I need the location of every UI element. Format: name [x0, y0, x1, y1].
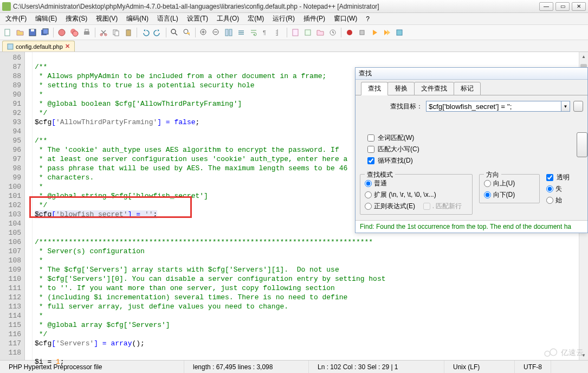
- svg-point-27: [347, 30, 352, 35]
- menu-encoding[interactable]: 编码(N): [122, 13, 153, 24]
- find-target-dropdown[interactable]: ▼: [561, 101, 570, 112]
- find-dialog[interactable]: 查找 查找 替换 文件查找 标记 查找目标： ▼ 全词匹配(W) 匹配大小写(C…: [355, 67, 588, 233]
- find-next-button[interactable]: [573, 101, 583, 112]
- window-title: C:\Users\Administrator\Desktop\phpMyAdmi…: [13, 3, 539, 10]
- save-macro-icon[interactable]: [394, 27, 405, 38]
- status-position: Ln : 102 Col : 30 Sel : 29 | 1: [309, 361, 444, 373]
- svg-rect-0: [5, 29, 10, 36]
- close-button[interactable]: ✕: [572, 2, 586, 11]
- file-tab-close[interactable]: ✕: [65, 43, 70, 50]
- trans-opt1-radio[interactable]: [546, 185, 553, 192]
- svg-rect-21: [225, 29, 228, 36]
- svg-rect-14: [126, 30, 131, 36]
- titlebar: C:\Users\Administrator\Desktop\phpMyAdmi…: [0, 0, 588, 13]
- menu-plugins[interactable]: 插件(P): [299, 13, 329, 24]
- trans-opt2-radio[interactable]: [546, 197, 553, 204]
- find-tab-mark[interactable]: 标记: [454, 82, 481, 95]
- menu-window[interactable]: 窗口(W): [329, 13, 361, 24]
- play-macro-icon[interactable]: [369, 27, 380, 38]
- menu-run[interactable]: 运行(R): [268, 13, 299, 24]
- folder-view-icon[interactable]: [315, 27, 326, 38]
- find-tab-replace[interactable]: 替换: [387, 82, 415, 95]
- scroll-up-icon[interactable]: ▲: [579, 52, 588, 61]
- cut-icon[interactable]: [98, 27, 109, 38]
- undo-icon[interactable]: [140, 27, 151, 38]
- menu-view[interactable]: 视图(V): [92, 13, 122, 24]
- toolbar: ¶: [0, 25, 588, 40]
- find-all-button[interactable]: [577, 132, 587, 157]
- file-tab[interactable]: config.default.php ✕: [2, 41, 75, 52]
- doc-map-icon[interactable]: [290, 27, 301, 38]
- match-newline-checkbox: [423, 203, 430, 210]
- find-tabs: 查找 替换 文件查找 标记: [356, 80, 587, 95]
- menu-language[interactable]: 语言(L): [153, 13, 183, 24]
- open-file-icon[interactable]: [15, 27, 25, 38]
- match-case-checkbox[interactable]: [367, 146, 374, 153]
- print-icon[interactable]: [81, 27, 92, 38]
- app-icon: [2, 2, 11, 11]
- wrap-checkbox[interactable]: [367, 157, 374, 164]
- svg-point-16: [171, 29, 176, 34]
- save-icon[interactable]: [27, 27, 38, 38]
- svg-rect-8: [84, 31, 89, 35]
- status-eol: Unix (LF): [444, 361, 515, 373]
- match-newline-label: . 匹配新行: [432, 202, 462, 211]
- menu-macro[interactable]: 宏(M): [243, 13, 268, 24]
- show-all-chars-icon[interactable]: ¶: [261, 27, 272, 38]
- paste-icon[interactable]: [123, 27, 134, 38]
- close-file-icon[interactable]: [56, 27, 67, 38]
- svg-rect-13: [115, 31, 119, 36]
- mode-normal-radio[interactable]: [365, 180, 372, 187]
- wrap-icon[interactable]: [248, 27, 259, 38]
- svg-rect-25: [305, 30, 311, 35]
- replace-icon[interactable]: [182, 27, 192, 38]
- find-tab-find[interactable]: 查找: [361, 82, 388, 95]
- mode-regex-label: 正则表达式(E): [374, 202, 415, 211]
- zoom-in-icon[interactable]: [198, 27, 209, 38]
- mode-ext-radio[interactable]: [365, 191, 372, 198]
- svg-rect-30: [8, 44, 13, 49]
- play-multi-icon[interactable]: [382, 27, 392, 38]
- sync-v-icon[interactable]: [223, 27, 234, 38]
- find-target-input[interactable]: [426, 101, 561, 112]
- find-icon[interactable]: [169, 27, 180, 38]
- fold-column[interactable]: [25, 52, 33, 360]
- mode-regex-radio[interactable]: [365, 203, 372, 210]
- whole-word-checkbox[interactable]: [367, 134, 374, 142]
- status-encoding: UTF-8: [515, 361, 551, 373]
- menu-settings[interactable]: 设置(T): [183, 13, 212, 24]
- svg-rect-4: [43, 29, 48, 34]
- dir-up-radio[interactable]: [484, 180, 491, 187]
- menu-file[interactable]: 文件(F): [1, 13, 31, 24]
- indent-guide-icon[interactable]: [273, 27, 284, 38]
- sync-h-icon[interactable]: [236, 27, 247, 38]
- close-all-icon[interactable]: [69, 27, 80, 38]
- save-all-icon[interactable]: [40, 27, 50, 38]
- find-dialog-title[interactable]: 查找: [356, 68, 587, 80]
- search-mode-title: 查找模式: [365, 170, 395, 179]
- new-file-icon[interactable]: [2, 27, 13, 38]
- svg-rect-22: [229, 29, 232, 36]
- scroll-down-icon[interactable]: ▼: [579, 351, 588, 360]
- menu-help[interactable]: ?: [361, 14, 374, 24]
- svg-rect-15: [127, 29, 130, 30]
- zoom-out-icon[interactable]: [211, 27, 222, 38]
- menu-edit[interactable]: 编辑(E): [31, 13, 61, 24]
- minimize-button[interactable]: —: [539, 2, 553, 11]
- find-tab-files[interactable]: 文件查找: [414, 82, 454, 95]
- copy-icon[interactable]: [111, 27, 121, 38]
- record-macro-icon[interactable]: [344, 27, 355, 38]
- dir-down-radio[interactable]: [484, 191, 491, 198]
- menu-tools[interactable]: 工具(O): [212, 13, 243, 24]
- svg-rect-29: [397, 30, 402, 35]
- maximize-button[interactable]: ▭: [555, 2, 570, 11]
- stop-macro-icon[interactable]: [357, 27, 367, 38]
- func-list-icon[interactable]: [302, 27, 313, 38]
- menu-search[interactable]: 搜索(S): [61, 13, 92, 24]
- file-tab-icon: [7, 43, 14, 50]
- svg-rect-9: [85, 29, 88, 31]
- statusbar: PHP Hypertext Preprocessor file length :…: [0, 360, 588, 373]
- redo-icon[interactable]: [152, 27, 163, 38]
- transparent-checkbox[interactable]: [546, 174, 553, 181]
- monitor-icon[interactable]: [327, 27, 338, 38]
